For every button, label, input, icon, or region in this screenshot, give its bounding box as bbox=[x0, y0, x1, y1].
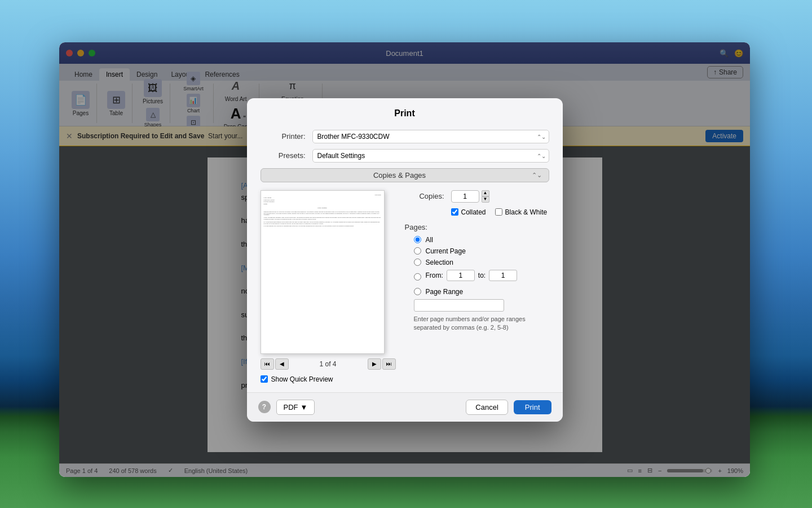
copies-input-group: ▲ ▼ bbox=[451, 190, 489, 203]
presets-row: Presets: Default Settings ⌃⌄ bbox=[261, 149, 549, 163]
show-preview-row: Show Quick Preview bbox=[261, 375, 396, 383]
printer-label: Printer: bbox=[261, 132, 306, 141]
copies-label: Copies: bbox=[405, 192, 444, 200]
copies-pages-label: Copies & Pages bbox=[268, 171, 532, 179]
radio-all-input[interactable] bbox=[414, 236, 421, 243]
copies-stepper: ▲ ▼ bbox=[482, 190, 489, 203]
preview-mini-content: [Last Name] [Your Name] [Instructor Name… bbox=[261, 191, 384, 231]
dialog-title: Print bbox=[247, 98, 563, 123]
page-nav-info: 1 of 4 bbox=[319, 360, 336, 368]
radio-selection-input[interactable] bbox=[414, 259, 421, 266]
dialog-overlay: Print Printer: Brother MFC-9330CDW ⌃⌄ bbox=[59, 42, 750, 477]
bw-checkbox-label[interactable]: Black & White bbox=[495, 208, 548, 216]
radio-all[interactable]: All bbox=[414, 236, 549, 244]
dialog-footer: ? PDF ▼ Cancel Print bbox=[247, 392, 563, 422]
radio-from[interactable]: From: to: bbox=[414, 270, 549, 284]
show-preview-checkbox[interactable] bbox=[261, 375, 268, 383]
mac-window: Document1 🔍 😊 Home Insert Design Layout … bbox=[0, 0, 812, 508]
app-window: Document1 🔍 😊 Home Insert Design Layout … bbox=[59, 42, 750, 477]
preview-area: [Last Name] [Your Name] [Instructor Name… bbox=[261, 190, 396, 383]
printer-row: Printer: Brother MFC-9330CDW ⌃⌄ bbox=[261, 130, 549, 143]
nav-buttons-right: ▶ ⏭ bbox=[368, 358, 396, 370]
prev-page-button[interactable]: ◀ bbox=[275, 358, 289, 370]
options-panel: Copies: ▲ ▼ bbox=[405, 190, 549, 383]
pages-section-label: Pages: bbox=[405, 223, 549, 231]
print-dialog: Print Printer: Brother MFC-9330CDW ⌃⌄ bbox=[247, 98, 563, 422]
nav-buttons-left: ⏮ ◀ bbox=[261, 358, 289, 370]
copies-pages-arrow: ⌃⌄ bbox=[532, 172, 542, 179]
page-preview: [Last Name] [Your Name] [Instructor Name… bbox=[261, 190, 385, 354]
presets-selector[interactable]: Default Settings ⌃⌄ bbox=[312, 149, 549, 163]
checkboxes-row: Collated Black & White bbox=[451, 208, 549, 216]
copies-row: Copies: ▲ ▼ bbox=[405, 190, 549, 203]
radio-range-input[interactable] bbox=[414, 288, 421, 295]
pdf-button[interactable]: PDF ▼ bbox=[276, 400, 315, 415]
last-page-button[interactable]: ⏭ bbox=[382, 358, 396, 370]
from-label: From: bbox=[426, 271, 443, 279]
presets-label: Presets: bbox=[261, 151, 306, 160]
collated-checkbox[interactable] bbox=[451, 208, 458, 216]
to-label: to: bbox=[478, 271, 486, 279]
copies-pages-bar[interactable]: Copies & Pages ⌃⌄ bbox=[261, 168, 549, 182]
printer-selector[interactable]: Brother MFC-9330CDW ⌃⌄ bbox=[312, 130, 549, 143]
bw-checkbox[interactable] bbox=[495, 208, 502, 216]
bw-label: Black & White bbox=[505, 208, 548, 216]
preview-nav: ⏮ ◀ 1 of 4 ▶ ⏭ bbox=[261, 358, 396, 370]
pages-radio-group: All Current Page Selection bbox=[405, 236, 549, 296]
from-to-row: From: to: bbox=[426, 270, 518, 281]
first-page-button[interactable]: ⏮ bbox=[261, 358, 274, 370]
next-page-button[interactable]: ▶ bbox=[368, 358, 381, 370]
copies-decrement-button[interactable]: ▼ bbox=[482, 196, 489, 203]
dialog-body: Printer: Brother MFC-9330CDW ⌃⌄ Presets: bbox=[247, 123, 563, 392]
cancel-button[interactable]: Cancel bbox=[466, 400, 508, 415]
pdf-arrow-icon: ▼ bbox=[301, 403, 308, 411]
page-range-hint: Enter page numbers and/or page ranges se… bbox=[414, 315, 527, 332]
to-input[interactable] bbox=[489, 270, 517, 281]
page-range-section: Enter page numbers and/or page ranges se… bbox=[405, 299, 549, 332]
print-button[interactable]: Print bbox=[514, 400, 551, 414]
copies-input[interactable] bbox=[451, 190, 479, 203]
radio-page-range[interactable]: Page Range bbox=[414, 288, 549, 296]
presets-select[interactable]: Default Settings bbox=[312, 149, 549, 163]
radio-current-input[interactable] bbox=[414, 247, 421, 255]
radio-current-page[interactable]: Current Page bbox=[414, 247, 549, 255]
page-range-input[interactable] bbox=[414, 299, 504, 312]
help-button[interactable]: ? bbox=[258, 401, 271, 413]
collated-label: Collated bbox=[461, 208, 486, 216]
show-preview-label[interactable]: Show Quick Preview bbox=[271, 375, 333, 383]
radio-from-input[interactable] bbox=[414, 273, 421, 281]
dialog-main: [Last Name] [Your Name] [Instructor Name… bbox=[261, 190, 549, 383]
pdf-label: PDF bbox=[284, 403, 298, 411]
radio-selection[interactable]: Selection bbox=[414, 259, 549, 266]
copies-increment-button[interactable]: ▲ bbox=[482, 190, 489, 196]
collated-checkbox-label[interactable]: Collated bbox=[451, 208, 486, 216]
from-input[interactable] bbox=[447, 270, 475, 281]
printer-select[interactable]: Brother MFC-9330CDW bbox=[312, 130, 549, 143]
